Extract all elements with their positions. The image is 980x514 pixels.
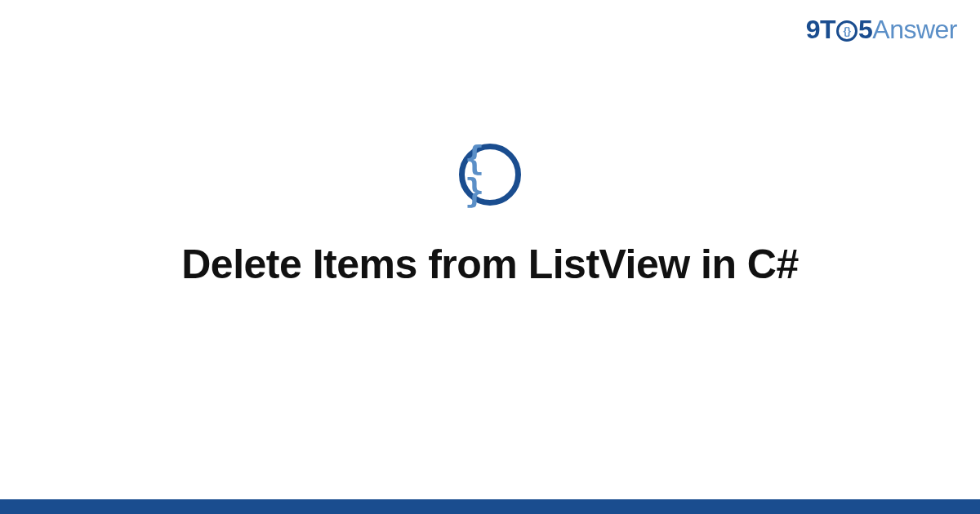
main-content: { } Delete Items from ListView in C#: [0, 0, 980, 514]
footer-accent-bar: [0, 499, 980, 514]
braces-symbol: { }: [465, 142, 515, 207]
code-braces-icon: { }: [459, 144, 521, 206]
page-title: Delete Items from ListView in C#: [149, 240, 831, 289]
